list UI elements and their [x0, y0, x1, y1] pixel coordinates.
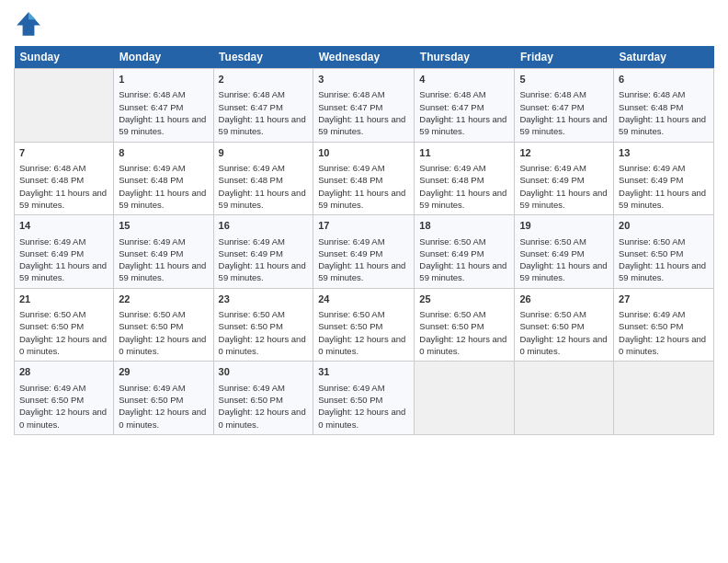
day-number: 3	[318, 73, 409, 86]
day-info: Daylight: 11 hours and 59 minutes.	[219, 187, 309, 212]
logo-icon	[14, 9, 43, 39]
day-info: Sunset: 6:49 PM	[619, 174, 709, 186]
day-info: Sunset: 6:50 PM	[619, 320, 709, 332]
day-info: Sunrise: 6:49 AM	[219, 236, 309, 247]
day-info: Sunset: 6:47 PM	[219, 101, 309, 113]
day-info: Daylight: 11 hours and 59 minutes.	[619, 113, 709, 138]
day-number: 25	[419, 293, 509, 306]
day-number: 14	[19, 219, 108, 233]
day-info: Sunset: 6:49 PM	[519, 174, 609, 186]
calendar-cell: 1Sunrise: 6:48 AMSunset: 6:47 PMDaylight…	[114, 69, 213, 143]
header	[14, 9, 714, 39]
day-info: Daylight: 11 hours and 59 minutes.	[419, 187, 509, 212]
day-info: Daylight: 11 hours and 59 minutes.	[419, 259, 509, 284]
calendar-cell	[614, 362, 714, 435]
day-info: Sunrise: 6:49 AM	[318, 382, 409, 394]
day-info: Sunrise: 6:50 AM	[419, 308, 509, 320]
day-info: Daylight: 11 hours and 59 minutes.	[519, 113, 609, 138]
day-info: Sunrise: 6:48 AM	[19, 162, 108, 174]
calendar-cell: 5Sunrise: 6:48 AMSunset: 6:47 PMDaylight…	[515, 69, 614, 143]
day-info: Sunrise: 6:49 AM	[119, 162, 208, 174]
week-row-1: 1Sunrise: 6:48 AMSunset: 6:47 PMDaylight…	[15, 69, 714, 143]
day-number: 28	[19, 365, 108, 379]
day-info: Sunrise: 6:50 AM	[19, 308, 108, 320]
day-info: Daylight: 11 hours and 59 minutes.	[318, 113, 409, 138]
day-info: Sunrise: 6:49 AM	[119, 236, 208, 247]
calendar-cell: 24Sunrise: 6:50 AMSunset: 6:50 PMDayligh…	[313, 288, 415, 362]
calendar-cell: 26Sunrise: 6:50 AMSunset: 6:50 PMDayligh…	[515, 288, 614, 362]
day-info: Sunset: 6:50 PM	[219, 320, 309, 332]
day-info: Sunset: 6:50 PM	[318, 320, 409, 332]
day-number: 13	[619, 146, 709, 160]
day-info: Daylight: 12 hours and 0 minutes.	[19, 333, 108, 358]
day-info: Sunset: 6:47 PM	[318, 101, 409, 113]
day-number: 5	[519, 73, 609, 86]
day-info: Daylight: 11 hours and 59 minutes.	[619, 259, 709, 284]
day-info: Sunrise: 6:49 AM	[119, 382, 208, 394]
day-info: Daylight: 12 hours and 0 minutes.	[318, 406, 409, 431]
weekday-header-friday: Friday	[515, 46, 614, 69]
calendar-cell: 13Sunrise: 6:49 AMSunset: 6:49 PMDayligh…	[614, 142, 714, 215]
day-info: Sunset: 6:50 PM	[19, 394, 108, 406]
week-row-5: 28Sunrise: 6:49 AMSunset: 6:50 PMDayligh…	[15, 362, 714, 435]
day-info: Sunset: 6:50 PM	[119, 394, 208, 406]
day-info: Sunrise: 6:50 AM	[419, 236, 509, 247]
day-info: Daylight: 11 hours and 59 minutes.	[19, 259, 108, 284]
day-info: Daylight: 11 hours and 59 minutes.	[419, 113, 509, 138]
day-info: Sunset: 6:50 PM	[318, 394, 409, 406]
day-info: Sunset: 6:49 PM	[519, 247, 609, 259]
day-info: Sunrise: 6:49 AM	[318, 236, 409, 247]
calendar-cell: 22Sunrise: 6:50 AMSunset: 6:50 PMDayligh…	[114, 288, 213, 362]
day-info: Sunset: 6:49 PM	[119, 247, 208, 259]
calendar-cell: 25Sunrise: 6:50 AMSunset: 6:50 PMDayligh…	[415, 288, 515, 362]
day-number: 11	[419, 146, 509, 160]
day-info: Sunrise: 6:48 AM	[219, 88, 309, 100]
calendar-cell: 7Sunrise: 6:48 AMSunset: 6:48 PMDaylight…	[15, 142, 114, 215]
day-info: Sunrise: 6:49 AM	[619, 162, 709, 174]
day-info: Daylight: 11 hours and 59 minutes.	[219, 259, 309, 284]
day-info: Sunrise: 6:49 AM	[318, 162, 409, 174]
day-number: 29	[119, 365, 208, 379]
week-row-3: 14Sunrise: 6:49 AMSunset: 6:49 PMDayligh…	[15, 215, 714, 289]
day-number: 15	[119, 219, 208, 233]
day-number: 21	[19, 293, 108, 306]
day-number: 22	[119, 293, 208, 306]
day-info: Sunset: 6:48 PM	[419, 174, 509, 186]
weekday-header-monday: Monday	[114, 46, 213, 69]
weekday-header-wednesday: Wednesday	[313, 46, 415, 69]
calendar-cell: 8Sunrise: 6:49 AMSunset: 6:48 PMDaylight…	[114, 142, 213, 215]
day-info: Daylight: 12 hours and 0 minutes.	[219, 406, 309, 431]
calendar-cell: 3Sunrise: 6:48 AMSunset: 6:47 PMDaylight…	[313, 69, 415, 143]
day-info: Sunrise: 6:50 AM	[219, 308, 309, 320]
day-info: Sunrise: 6:49 AM	[419, 162, 509, 174]
day-info: Sunrise: 6:48 AM	[119, 88, 208, 100]
calendar-cell: 12Sunrise: 6:49 AMSunset: 6:49 PMDayligh…	[515, 142, 614, 215]
day-info: Daylight: 12 hours and 0 minutes.	[119, 406, 208, 431]
day-info: Daylight: 11 hours and 59 minutes.	[318, 187, 409, 212]
weekday-header-saturday: Saturday	[614, 46, 714, 69]
calendar-cell: 21Sunrise: 6:50 AMSunset: 6:50 PMDayligh…	[15, 288, 114, 362]
calendar-cell: 17Sunrise: 6:49 AMSunset: 6:49 PMDayligh…	[313, 215, 415, 289]
day-number: 12	[519, 146, 609, 160]
calendar-cell: 23Sunrise: 6:50 AMSunset: 6:50 PMDayligh…	[213, 288, 313, 362]
day-info: Sunrise: 6:50 AM	[119, 308, 208, 320]
day-number: 2	[219, 73, 309, 86]
calendar-cell: 15Sunrise: 6:49 AMSunset: 6:49 PMDayligh…	[114, 215, 213, 289]
day-info: Sunrise: 6:50 AM	[318, 308, 409, 320]
day-info: Sunrise: 6:48 AM	[318, 88, 409, 100]
calendar-cell: 29Sunrise: 6:49 AMSunset: 6:50 PMDayligh…	[114, 362, 213, 435]
weekday-header-thursday: Thursday	[415, 46, 515, 69]
day-number: 4	[419, 73, 509, 86]
calendar-cell: 2Sunrise: 6:48 AMSunset: 6:47 PMDaylight…	[213, 69, 313, 143]
day-info: Daylight: 11 hours and 59 minutes.	[119, 187, 208, 212]
day-info: Daylight: 11 hours and 59 minutes.	[219, 113, 309, 138]
day-info: Sunset: 6:48 PM	[19, 174, 108, 186]
calendar-cell: 30Sunrise: 6:49 AMSunset: 6:50 PMDayligh…	[213, 362, 313, 435]
day-info: Daylight: 11 hours and 59 minutes.	[19, 187, 108, 212]
weekday-header-row: SundayMondayTuesdayWednesdayThursdayFrid…	[15, 46, 714, 69]
day-info: Daylight: 12 hours and 0 minutes.	[419, 333, 509, 358]
week-row-2: 7Sunrise: 6:48 AMSunset: 6:48 PMDaylight…	[15, 142, 714, 215]
day-number: 19	[519, 219, 609, 233]
day-info: Sunset: 6:47 PM	[519, 101, 609, 113]
calendar-table: SundayMondayTuesdayWednesdayThursdayFrid…	[14, 46, 714, 435]
